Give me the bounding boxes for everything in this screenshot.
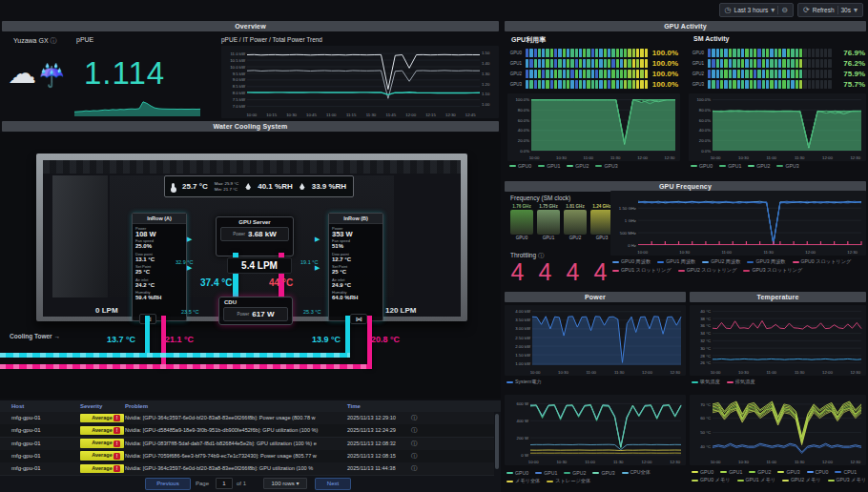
legend-item[interactable]: GPU0 (691, 163, 713, 169)
legend-item[interactable]: GPU0 スロットリング (793, 258, 852, 265)
temperature-detail-chart[interactable]: 70 °C60 °C50 °C40 °C10:0010:3011:0011:30… (690, 395, 866, 465)
legend-item[interactable]: 吸気温度 (692, 379, 720, 385)
heat-cell (716, 80, 719, 89)
legend-item[interactable]: System電力 (506, 379, 542, 385)
sm-heatmap-gpu1[interactable] (708, 59, 832, 68)
legend-item[interactable]: ストレージ全体 (547, 478, 590, 484)
legend-item[interactable]: GPU2 (567, 163, 589, 169)
table-scrollbar[interactable] (495, 414, 499, 469)
legend-item[interactable]: CPU0 (807, 469, 829, 475)
legend-swatch (782, 480, 789, 482)
legend-item[interactable]: GPU2 (748, 163, 770, 169)
sm-heatmap-gpu0[interactable] (708, 49, 832, 57)
legend-item[interactable]: GPU3 (592, 469, 614, 476)
zoom-out-icon[interactable]: ⊖ (781, 6, 788, 14)
power-detail-chart[interactable]: 600 W400 W200 W0 W10:0010:3011:0011:3012… (505, 395, 686, 465)
legend-item[interactable]: CPU1 (835, 469, 857, 475)
legend-item[interactable]: GPU3 メモリ (828, 477, 867, 483)
power-chart[interactable]: 4.00 kW3.50 kW3.00 kW2.50 kW2.00 kW1.50 … (505, 305, 686, 376)
legend-item[interactable]: GPU1 (535, 469, 557, 476)
col-time[interactable]: Time (347, 403, 361, 409)
col-host[interactable]: Host (11, 403, 24, 409)
svg-text:1.50: 1.50 (482, 51, 490, 55)
page-number-input[interactable]: 1 (216, 478, 233, 489)
heat-cell (724, 59, 727, 68)
legend-item[interactable]: GPU0 メモリ (692, 477, 731, 483)
next-page-button[interactable]: Next (315, 478, 351, 490)
util-heatmap-gpu0[interactable] (526, 49, 648, 57)
inrow-b-unit[interactable]: InRow (B) Power353 WFan speed51%Dew poin… (328, 213, 383, 321)
legend-item[interactable]: GPU0 周波数 (612, 258, 651, 265)
panel-header-power[interactable]: Power (505, 292, 686, 302)
rows-per-page-select[interactable]: 100 rows ▾ (263, 478, 307, 489)
panel-header-temperature[interactable]: Temperature (690, 292, 866, 302)
panel-header-gpu-activity[interactable]: GPU Activity (505, 21, 866, 31)
row-label: GPU2 (691, 72, 704, 76)
legend-item[interactable]: GPU2 メモリ (782, 477, 821, 483)
legend-item[interactable]: GPU2 周波数 (702, 258, 740, 265)
frequency-tile[interactable]: 1.76 GHzGPU0 (510, 204, 533, 240)
alert-row[interactable]: mfg-gpu-01Average!Nvidia: [GPU-364c3597-… (0, 462, 494, 476)
legend-item[interactable]: GPU1 (538, 163, 560, 169)
heat-cell (636, 59, 639, 68)
legend-item[interactable]: GPU0 (506, 469, 528, 476)
alert-row[interactable]: mfg-gpu-01Average!Nvidia: [GPU-d58485a9-… (0, 424, 494, 438)
alert-row[interactable]: mfg-gpu-01Average!Nvidia: [GPU-364c3597-… (0, 412, 494, 425)
time-range-picker[interactable]: ◷ Last 3 hours ▾ ⊖ (719, 3, 794, 17)
gpu-server-box[interactable]: GPU Server Power 3.68 kW (216, 216, 294, 256)
legend-item[interactable]: GPU1 (719, 163, 741, 169)
legend-item[interactable]: GPU3 (595, 163, 617, 169)
info-icon[interactable]: ⓘ (411, 464, 418, 473)
col-problem[interactable]: Problem (125, 403, 148, 409)
sm-area-chart[interactable]: 100.0%80.0%60.0%40.0%20.0%0.0%10:0010:30… (689, 93, 866, 161)
legend-item[interactable]: GPU1 スロットリング (612, 267, 672, 274)
refresh-picker[interactable]: ⟳ Refresh 30s ▾ (797, 3, 863, 17)
power-trend-chart[interactable]: 11.0 kW10.5 kW10.0 kW9.5 kW9.0 kW8.5 kW8… (221, 46, 499, 118)
legend-item[interactable]: GPU1 (720, 469, 742, 475)
util-heatmap-gpu2[interactable] (526, 70, 648, 78)
sm-heatmap-gpu3[interactable] (708, 80, 832, 89)
info-icon[interactable]: ⓘ (411, 426, 418, 435)
legend-item[interactable]: GPU3 (776, 163, 798, 169)
legend-item[interactable]: GPU3 (777, 469, 799, 475)
sm-heatmap-gpu2[interactable] (708, 70, 832, 78)
heat-cell (745, 80, 748, 89)
legend-item[interactable]: GPU1 周波数 (657, 258, 695, 265)
legend-item[interactable]: GPU2 スロットリング (678, 267, 737, 274)
panel-header-overview[interactable]: Overview (2, 21, 499, 31)
legend-item[interactable]: GPU0 (692, 469, 713, 475)
legend-item[interactable]: GPU0 (509, 163, 531, 169)
legend-item[interactable]: GPU2 (749, 469, 771, 475)
alert-row[interactable]: mfg-gpu-01Average!Nvidia: [GPU-7059f686-… (0, 450, 494, 463)
util-heatmap-gpu1[interactable] (526, 59, 648, 68)
legend-item[interactable]: メモリ全体 (506, 478, 540, 484)
sm-value: 76.9% (834, 49, 865, 57)
cdu-box[interactable]: CDU Power 617 W (218, 297, 293, 325)
tile-gpu-label: GPU0 (516, 236, 528, 240)
info-icon[interactable]: ⓘ (51, 37, 57, 44)
col-severity[interactable]: Severity (80, 403, 102, 409)
info-icon[interactable]: ⓘ (411, 440, 418, 448)
heat-cell (733, 70, 735, 78)
info-icon[interactable]: ⓘ (411, 452, 418, 461)
frequency-chart[interactable]: 1.50 GHz1 GHz500 MHz0 Hz10:0010:3011:001… (610, 191, 866, 256)
heat-cell (762, 70, 765, 78)
temperature-chart[interactable]: 40 °C38 °C36 °C34 °C32 °C30 °C28 °C26 °C… (690, 305, 866, 376)
svg-text:10:00: 10:00 (529, 155, 540, 160)
info-icon[interactable]: ⓘ (411, 414, 418, 422)
frequency-tile[interactable]: 1.75 GHzGPU1 (537, 204, 560, 240)
legend-item[interactable]: GPU1 メモリ (737, 477, 776, 483)
alert-row[interactable]: mfg-gpu-01Average!Nvidia: [GPU-083f7ff8-… (0, 438, 494, 451)
panel-header-cooling[interactable]: Water Cooling System (2, 121, 499, 132)
legend-item[interactable]: GPU3 スロットリング (743, 267, 802, 274)
frequency-tile[interactable]: 1.81 GHzGPU2 (564, 204, 587, 240)
util-area-chart[interactable]: 100.0%80.0%60.0%40.0%20.0%0.0%10:0010:30… (507, 93, 680, 161)
legend-item[interactable]: GPU2 (564, 469, 586, 476)
prev-page-button[interactable]: Previous (145, 478, 191, 490)
legend-item[interactable]: GPU3 周波数 (747, 258, 785, 265)
legend-item[interactable]: CPU全体 (622, 469, 651, 476)
inrow-a-unit[interactable]: InRow (A) Power108 WFan speed25.0%Dew po… (132, 213, 187, 321)
legend-item[interactable]: 排気温度 (727, 379, 755, 385)
info-icon[interactable]: ⓘ (538, 252, 545, 258)
util-heatmap-gpu3[interactable] (526, 80, 648, 89)
